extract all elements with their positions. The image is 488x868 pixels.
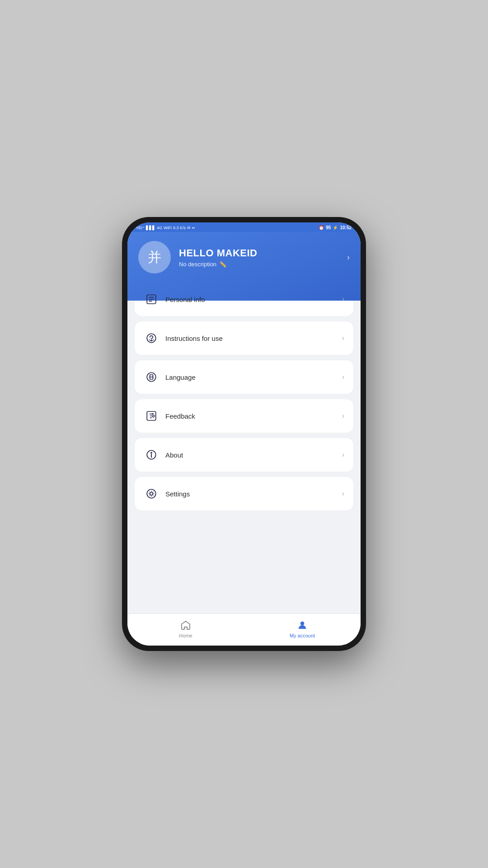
svg-point-13 bbox=[300, 622, 304, 625]
bottom-nav: Home My account bbox=[127, 613, 361, 646]
avatar-icon: 并 bbox=[148, 248, 161, 267]
settings-chevron: › bbox=[342, 490, 344, 498]
phone-screen: HD⁺ ▋▋▋ 4G WiFi 9.3 K/s ✉ ▪▪ ⏰ 95 ⚡ 10:5… bbox=[127, 222, 361, 646]
status-wifi: WiFi bbox=[164, 226, 172, 230]
language-icon bbox=[144, 369, 159, 385]
language-label: Language bbox=[165, 373, 342, 381]
status-apps: ✉ ▪▪ bbox=[187, 226, 195, 230]
header-info: HELLO MAKEID No description ✏️ bbox=[179, 247, 339, 268]
language-card: Language › bbox=[135, 360, 353, 394]
header-description: No description ✏️ bbox=[179, 261, 339, 268]
about-card: About › bbox=[135, 438, 353, 472]
my-account-icon bbox=[296, 619, 308, 631]
instructions-card: Instructions for use › bbox=[135, 321, 353, 355]
personal-info-card: Personal info › bbox=[135, 283, 353, 316]
feedback-label: Feedback bbox=[165, 412, 342, 420]
instructions-icon bbox=[144, 330, 159, 346]
status-alarm: ⏰ bbox=[319, 225, 324, 230]
about-icon bbox=[144, 447, 159, 462]
instructions-chevron: › bbox=[342, 334, 344, 342]
status-time: 10:52 bbox=[340, 225, 352, 230]
phone-frame: HD⁺ ▋▋▋ 4G WiFi 9.3 K/s ✉ ▪▪ ⏰ 95 ⚡ 10:5… bbox=[122, 217, 366, 651]
feedback-icon bbox=[144, 408, 159, 424]
header-username: HELLO MAKEID bbox=[179, 247, 339, 259]
nav-my-account[interactable]: My account bbox=[244, 618, 361, 640]
personal-info-chevron: › bbox=[342, 295, 344, 303]
language-chevron: › bbox=[342, 373, 344, 381]
settings-icon bbox=[144, 486, 159, 501]
svg-point-12 bbox=[150, 492, 153, 495]
about-item[interactable]: About › bbox=[135, 438, 353, 472]
language-item[interactable]: Language › bbox=[135, 360, 353, 394]
personal-info-label: Personal info bbox=[165, 296, 342, 303]
about-label: About bbox=[165, 451, 342, 459]
my-account-label: My account bbox=[290, 633, 315, 638]
settings-label: Settings bbox=[165, 490, 342, 498]
feedback-chevron: › bbox=[342, 412, 344, 420]
content-area: Personal info › Instructions for bbox=[127, 283, 361, 613]
status-charging: ⚡ bbox=[333, 225, 338, 230]
status-battery: 95 bbox=[326, 225, 331, 230]
header-chevron-icon[interactable]: › bbox=[347, 253, 350, 262]
status-network: HD⁺ bbox=[136, 226, 145, 230]
settings-card: Settings › bbox=[135, 477, 353, 510]
status-right: ⏰ 95 ⚡ 10:52 bbox=[319, 225, 352, 230]
feedback-item[interactable]: Feedback › bbox=[135, 399, 353, 433]
personal-info-icon bbox=[144, 292, 159, 307]
feedback-card: Feedback › bbox=[135, 399, 353, 433]
personal-info-item[interactable]: Personal info › bbox=[135, 283, 353, 316]
edit-description-icon[interactable]: ✏️ bbox=[219, 261, 226, 268]
avatar: 并 bbox=[138, 241, 171, 274]
status-bar: HD⁺ ▋▋▋ 4G WiFi 9.3 K/s ✉ ▪▪ ⏰ 95 ⚡ 10:5… bbox=[127, 222, 361, 232]
nav-home[interactable]: Home bbox=[127, 618, 244, 640]
about-chevron: › bbox=[342, 451, 344, 459]
instructions-item[interactable]: Instructions for use › bbox=[135, 321, 353, 355]
status-4g: 4G bbox=[157, 226, 162, 230]
status-speed: 9.3 K/s bbox=[173, 226, 186, 230]
settings-item[interactable]: Settings › bbox=[135, 477, 353, 510]
home-icon bbox=[180, 619, 192, 631]
instructions-label: Instructions for use bbox=[165, 335, 342, 342]
home-label: Home bbox=[179, 633, 192, 638]
status-signal: ▋▋▋ bbox=[146, 226, 155, 230]
svg-point-10 bbox=[151, 453, 152, 453]
status-left: HD⁺ ▋▋▋ 4G WiFi 9.3 K/s ✉ ▪▪ bbox=[136, 226, 195, 230]
